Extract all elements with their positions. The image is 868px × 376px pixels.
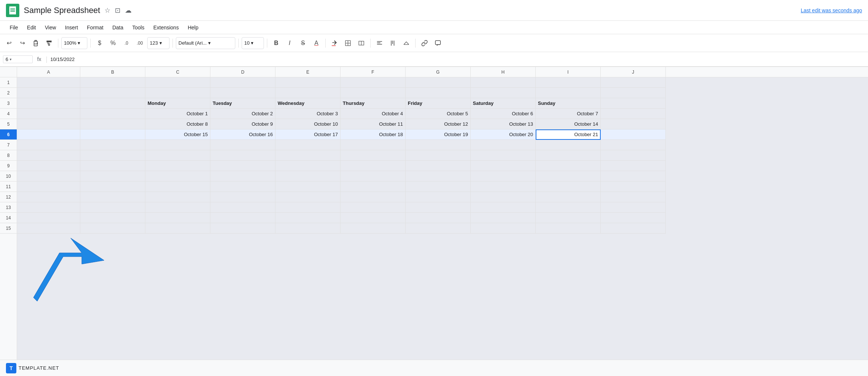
cell-d9[interactable] (210, 161, 275, 171)
cell-c14[interactable] (145, 213, 210, 223)
cell-c8[interactable] (145, 150, 210, 161)
cell-e12[interactable] (275, 192, 341, 202)
cell-g12[interactable] (406, 192, 471, 202)
cell-f13[interactable] (341, 202, 406, 213)
font-size-select[interactable]: 10 ▾ (242, 37, 264, 49)
cell-e7[interactable] (275, 140, 341, 150)
comment-button[interactable] (432, 37, 444, 49)
cell-i15[interactable] (536, 223, 601, 234)
cell-g5[interactable]: October 12 (406, 119, 471, 129)
underline-button[interactable]: A (310, 37, 322, 49)
cell-e3[interactable]: Wednesday (275, 98, 341, 109)
cell-b9[interactable] (80, 161, 145, 171)
fill-color-button[interactable] (329, 37, 341, 49)
cell-e1[interactable] (275, 77, 341, 88)
cell-i4[interactable]: October 7 (536, 109, 601, 119)
cell-g9[interactable] (406, 161, 471, 171)
cell-h6[interactable]: October 20 (471, 129, 536, 140)
row-num-14[interactable]: 14 (0, 213, 17, 223)
cell-j10[interactable] (601, 171, 666, 181)
col-header-c[interactable]: C (145, 67, 210, 77)
cell-f12[interactable] (341, 192, 406, 202)
row-num-11[interactable]: 11 (0, 181, 17, 192)
cell-e11[interactable] (275, 181, 341, 192)
cell-e10[interactable] (275, 171, 341, 181)
cell-a14[interactable] (17, 213, 80, 223)
cell-b14[interactable] (80, 213, 145, 223)
cell-h10[interactable] (471, 171, 536, 181)
cell-b4[interactable] (80, 109, 145, 119)
row-num-1[interactable]: 1 (0, 77, 17, 88)
cell-j2[interactable] (601, 88, 666, 98)
cell-g2[interactable] (406, 88, 471, 98)
col-header-h[interactable]: H (471, 67, 536, 77)
col-header-i[interactable]: I (536, 67, 601, 77)
cell-f6[interactable]: October 18 (341, 129, 406, 140)
cell-e6[interactable]: October 17 (275, 129, 341, 140)
cell-f7[interactable] (341, 140, 406, 150)
paint-format-button[interactable] (43, 37, 55, 49)
cell-h2[interactable] (471, 88, 536, 98)
cell-g8[interactable] (406, 150, 471, 161)
cell-f2[interactable] (341, 88, 406, 98)
cell-i8[interactable] (536, 150, 601, 161)
cell-d12[interactable] (210, 192, 275, 202)
col-header-f[interactable]: F (341, 67, 406, 77)
zoom-select[interactable]: 100% ▾ (61, 37, 87, 49)
menu-tools[interactable]: Tools (129, 23, 148, 32)
cell-e8[interactable] (275, 150, 341, 161)
cell-c13[interactable] (145, 202, 210, 213)
col-header-a[interactable]: A (17, 67, 80, 77)
cell-b3[interactable] (80, 98, 145, 109)
star-icon[interactable]: ☆ (104, 6, 110, 15)
cell-g10[interactable] (406, 171, 471, 181)
cell-a10[interactable] (17, 171, 80, 181)
cell-d8[interactable] (210, 150, 275, 161)
cell-a11[interactable] (17, 181, 80, 192)
menu-data[interactable]: Data (109, 23, 127, 32)
cell-d5[interactable]: October 9 (210, 119, 275, 129)
menu-extensions[interactable]: Extensions (149, 23, 182, 32)
cell-h1[interactable] (471, 77, 536, 88)
row-num-10[interactable]: 10 (0, 171, 17, 181)
cell-f3[interactable]: Thursday (341, 98, 406, 109)
cell-e9[interactable] (275, 161, 341, 171)
percent-button[interactable]: % (107, 37, 119, 49)
cell-i7[interactable] (536, 140, 601, 150)
cell-d7[interactable] (210, 140, 275, 150)
italic-button[interactable]: I (284, 37, 296, 49)
print-button[interactable] (30, 37, 42, 49)
cell-j8[interactable] (601, 150, 666, 161)
cell-j4[interactable] (601, 109, 666, 119)
decimal-less-button[interactable]: .0 (120, 37, 132, 49)
align-h-button[interactable] (374, 37, 385, 49)
cell-e4[interactable]: October 3 (275, 109, 341, 119)
cell-e13[interactable] (275, 202, 341, 213)
cell-h12[interactable] (471, 192, 536, 202)
cell-i5[interactable]: October 14 (536, 119, 601, 129)
cell-b8[interactable] (80, 150, 145, 161)
cell-i13[interactable] (536, 202, 601, 213)
cell-i2[interactable] (536, 88, 601, 98)
cell-h11[interactable] (471, 181, 536, 192)
cell-f8[interactable] (341, 150, 406, 161)
cell-f9[interactable] (341, 161, 406, 171)
cell-a12[interactable] (17, 192, 80, 202)
cell-a7[interactable] (17, 140, 80, 150)
cell-b12[interactable] (80, 192, 145, 202)
menu-insert[interactable]: Insert (61, 23, 82, 32)
cell-c10[interactable] (145, 171, 210, 181)
cell-h7[interactable] (471, 140, 536, 150)
cell-i3[interactable]: Sunday (536, 98, 601, 109)
cell-a2[interactable] (17, 88, 80, 98)
cell-e5[interactable]: October 10 (275, 119, 341, 129)
currency-button[interactable]: $ (94, 37, 106, 49)
cell-g11[interactable] (406, 181, 471, 192)
cell-g3[interactable]: Friday (406, 98, 471, 109)
row-num-9[interactable]: 9 (0, 161, 17, 171)
cell-g14[interactable] (406, 213, 471, 223)
cell-b2[interactable] (80, 88, 145, 98)
row-num-13[interactable]: 13 (0, 202, 17, 213)
cell-a15[interactable] (17, 223, 80, 234)
cell-c2[interactable] (145, 88, 210, 98)
